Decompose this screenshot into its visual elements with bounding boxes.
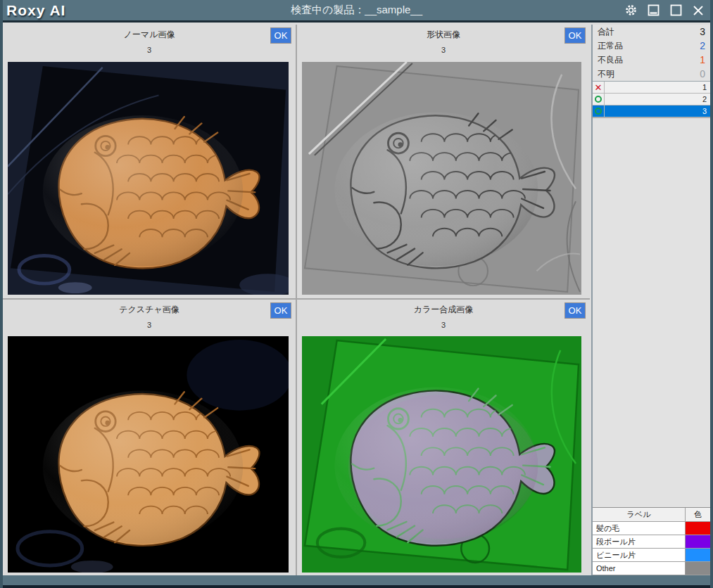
label-row: 段ボール片 bbox=[593, 535, 710, 549]
panel-count: 3 bbox=[297, 321, 590, 329]
ok-button[interactable]: OK bbox=[270, 302, 291, 319]
label-color-table: ラベル 色 髪の毛 段ボール片 ビニール片 Other bbox=[593, 507, 710, 575]
window-controls bbox=[624, 4, 713, 17]
label-table-header: ラベル 色 bbox=[593, 508, 710, 522]
window-title: 検査中の製品：__sample__ bbox=[0, 4, 713, 17]
sidebar: 合計 3 正常品 2 不良品 1 不明 0 ✕ 1 2 bbox=[591, 25, 710, 575]
close-icon[interactable] bbox=[692, 4, 705, 17]
panel-title: ノーマル画像 bbox=[3, 29, 296, 41]
ok-button[interactable]: OK bbox=[564, 27, 586, 44]
status-bar bbox=[0, 575, 713, 588]
stat-value: 2 bbox=[700, 40, 705, 51]
normal-image-view bbox=[8, 62, 289, 295]
result-number: 2 bbox=[605, 94, 710, 105]
minimize-icon[interactable] bbox=[647, 4, 660, 17]
label-row: Other bbox=[593, 562, 710, 575]
stat-total: 合計 3 bbox=[593, 25, 710, 39]
circle-icon bbox=[593, 106, 605, 117]
ok-button[interactable]: OK bbox=[564, 302, 586, 319]
result-list: ✕ 1 2 3 bbox=[593, 82, 710, 118]
texture-image-view bbox=[8, 336, 289, 573]
result-number: 3 bbox=[605, 106, 710, 117]
ok-button[interactable]: OK bbox=[270, 27, 291, 44]
stat-label: 不良品 bbox=[598, 54, 623, 66]
stat-label: 合計 bbox=[598, 26, 614, 38]
stat-value: 3 bbox=[700, 26, 705, 37]
label-row: ビニール片 bbox=[593, 549, 710, 562]
panel-normal-image: ノーマル画像 OK 3 bbox=[3, 25, 296, 298]
label-column-header: ラベル bbox=[593, 508, 686, 521]
stat-normal: 正常品 2 bbox=[593, 39, 710, 53]
color-column-header: 色 bbox=[686, 508, 710, 521]
panel-count: 3 bbox=[3, 321, 296, 329]
stats-summary: 合計 3 正常品 2 不良品 1 不明 0 bbox=[593, 25, 710, 82]
label-row: 髪の毛 bbox=[593, 522, 710, 535]
color-swatch bbox=[686, 549, 710, 561]
label-name: Other bbox=[593, 562, 686, 575]
panel-color-composite-image: カラー合成画像 OK 3 bbox=[297, 300, 590, 575]
color-swatch bbox=[686, 535, 710, 548]
result-row[interactable]: ✕ 1 bbox=[593, 82, 710, 94]
circle-icon bbox=[593, 94, 605, 105]
title-bar: Roxy AI 検査中の製品：__sample__ bbox=[0, 0, 713, 23]
image-grid: ノーマル画像 OK 3 形状画像 OK 3 bbox=[3, 25, 590, 575]
label-name: 段ボール片 bbox=[593, 535, 686, 548]
result-row[interactable]: 2 bbox=[593, 94, 710, 106]
stat-defective: 不良品 1 bbox=[593, 53, 710, 67]
stat-value: 1 bbox=[700, 54, 705, 65]
shape-image-view bbox=[302, 62, 581, 295]
color-composite-image-view bbox=[302, 336, 581, 573]
maximize-icon[interactable] bbox=[669, 4, 682, 17]
stat-label: 正常品 bbox=[598, 40, 623, 52]
app-window: Roxy AI 検査中の製品：__sample__ bbox=[0, 0, 713, 588]
panel-count: 3 bbox=[3, 46, 296, 54]
stat-unknown: 不明 0 bbox=[593, 67, 710, 81]
stat-label: 不明 bbox=[598, 68, 614, 80]
panel-title: 形状画像 bbox=[297, 29, 590, 41]
result-row-selected[interactable]: 3 bbox=[593, 106, 710, 117]
label-name: ビニール片 bbox=[593, 549, 686, 561]
panel-count: 3 bbox=[297, 46, 590, 54]
cross-icon: ✕ bbox=[593, 82, 605, 93]
result-number: 1 bbox=[605, 82, 710, 93]
panel-shape-image: 形状画像 OK 3 bbox=[297, 25, 590, 298]
label-name: 髪の毛 bbox=[593, 522, 686, 535]
panel-title: テクスチャ画像 bbox=[3, 304, 296, 316]
settings-gear-icon[interactable] bbox=[624, 4, 637, 17]
color-swatch bbox=[686, 562, 710, 575]
color-swatch bbox=[686, 522, 710, 535]
panel-texture-image: テクスチャ画像 OK 3 bbox=[3, 300, 296, 575]
stat-value: 0 bbox=[700, 68, 705, 79]
panel-title: カラー合成画像 bbox=[297, 304, 590, 316]
